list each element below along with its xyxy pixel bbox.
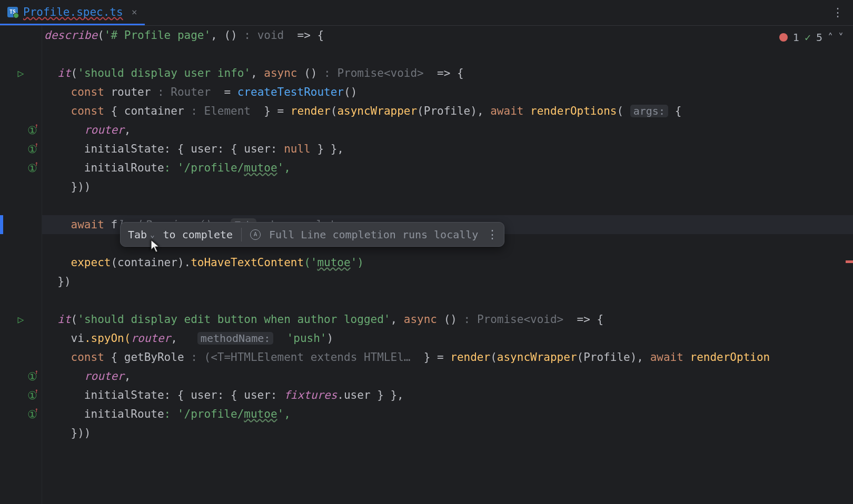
tooltip-tab-label: Tab — [128, 228, 147, 241]
code-line[interactable]: expect(container).toHaveTextContent('mut… — [42, 253, 853, 272]
code-line[interactable]: initialRoute: '/profile/mutoe', — [42, 158, 853, 177]
file-tab[interactable]: TS Profile.spec.ts × — [0, 0, 145, 25]
close-tab-icon[interactable]: × — [132, 6, 137, 17]
arrow-up-icon: ↑ — [35, 160, 38, 167]
code-line[interactable]: router, — [42, 367, 853, 386]
file-tab-label: Profile.spec.ts — [23, 6, 123, 18]
gutter: ▷ ①↑ ①↑ ①↑ ▷ ①↑ ①↑ ①↑ — [0, 26, 42, 504]
run-test-icon[interactable]: ▷ — [17, 313, 24, 326]
code-line[interactable]: })) — [42, 177, 853, 196]
inlay-hint: args: — [630, 105, 668, 117]
code-line[interactable] — [42, 45, 853, 64]
caret-line-indicator — [0, 215, 3, 234]
tooltip-separator — [241, 228, 242, 241]
completion-tooltip[interactable]: Tab ⌄ to complete A Full Line completion… — [120, 222, 504, 247]
chevron-down-icon[interactable]: ⌄ — [150, 230, 154, 239]
code-line[interactable]: initialState: { user: { user: null } }, — [42, 139, 853, 158]
arrow-up-icon: ↑ — [35, 141, 38, 148]
arrow-up-icon: ↑ — [35, 387, 38, 395]
code-line[interactable]: }) — [42, 272, 853, 291]
code-line[interactable]: const { container : Element } = render(a… — [42, 102, 853, 120]
code-line[interactable] — [42, 291, 853, 310]
arrow-up-icon: ↑ — [35, 122, 38, 129]
editor-tabbar: TS Profile.spec.ts × ⋮ — [0, 0, 853, 26]
code-line[interactable]: initialRoute: '/profile/mutoe', — [42, 405, 853, 424]
code-line[interactable]: vi.spyOn(router, methodName: 'push') — [42, 329, 853, 348]
code-line[interactable]: initialState: { user: { user: fixtures.u… — [42, 386, 853, 405]
ai-local-icon: A — [250, 229, 261, 240]
run-test-icon[interactable]: ▷ — [17, 67, 24, 79]
code-line[interactable]: router, — [42, 120, 853, 139]
editor: 1 ✓ 5 ˄ ˅ ▷ ①↑ ①↑ ①↑ ▷ ①↑ ①↑ ①↑ descr — [0, 26, 853, 504]
tooltip-subtitle: Full Line completion runs locally — [269, 228, 478, 241]
code-area[interactable]: describe('# Profile page', () : void => … — [42, 26, 853, 504]
code-line[interactable]: describe('# Profile page', () : void => … — [42, 26, 853, 45]
arrow-up-icon: ↑ — [35, 406, 38, 414]
code-line[interactable] — [42, 196, 853, 215]
tooltip-to-complete: to complete — [163, 228, 233, 241]
inlay-hint: methodName: — [197, 332, 273, 345]
typescript-file-icon: TS — [7, 7, 18, 17]
code-line[interactable]: const { getByRole : (<T=HTMLElement exte… — [42, 348, 853, 367]
arrow-up-icon: ↑ — [35, 368, 38, 376]
code-line[interactable]: it('should display user info', async () … — [42, 64, 853, 83]
code-line[interactable]: })) — [42, 424, 853, 442]
code-line[interactable]: const router : Router = createTestRouter… — [42, 83, 853, 102]
code-line[interactable]: it('should display edit button when auth… — [42, 310, 853, 329]
